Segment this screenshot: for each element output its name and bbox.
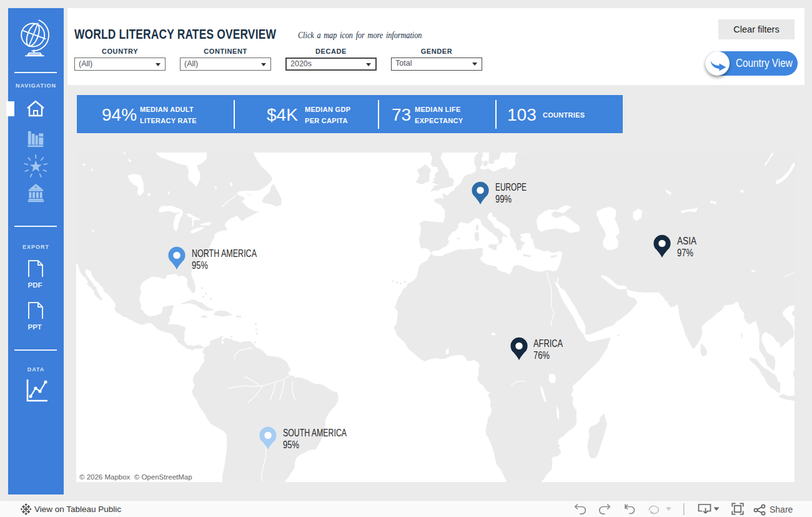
svg-text:EXPORT: EXPORT — [22, 244, 49, 250]
svg-text:PDF: PDF — [28, 281, 42, 289]
svg-text:NAVIGATION: NAVIGATION — [16, 83, 56, 89]
svg-text:DATA: DATA — [27, 366, 45, 373]
svg-text:PPT: PPT — [28, 323, 42, 331]
